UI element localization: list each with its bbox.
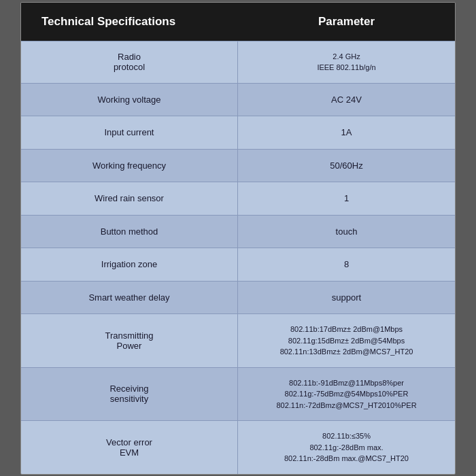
table-row: Transmitting Power802.11b:17dBmz± 2dBm@1… bbox=[21, 313, 455, 367]
table-row: Vector error EVM802.11b:≤35% 802.11g:-28… bbox=[21, 420, 455, 474]
specs-table: Technical Specifications Parameter Radio… bbox=[20, 2, 456, 475]
param-cell: AC 24V bbox=[238, 84, 455, 116]
table-row: Input current1A bbox=[21, 116, 455, 149]
table-row: Smart weather delaysupport bbox=[21, 281, 455, 314]
spec-cell: Transmitting Power bbox=[21, 314, 238, 367]
param-cell: 1A bbox=[238, 116, 455, 149]
spec-cell: Receiving sensitivity bbox=[21, 368, 238, 421]
param-cell: support bbox=[238, 282, 455, 314]
spec-cell: Irrigation zone bbox=[21, 248, 238, 281]
table-body: Radio protocol2.4 GHz IEEE 802.11b/g/nWo… bbox=[21, 41, 455, 474]
param-cell: touch bbox=[238, 216, 455, 248]
param-cell: 802.11b:-91dBmz@11Mbps8%per 802.11g:-75d… bbox=[238, 368, 455, 421]
table-row: Receiving sensitivity802.11b:-91dBmz@11M… bbox=[21, 367, 455, 421]
table-row: Radio protocol2.4 GHz IEEE 802.11b/g/n bbox=[21, 41, 455, 83]
table-row: Working frequency50/60Hz bbox=[21, 149, 455, 182]
spec-cell: Working frequency bbox=[21, 150, 238, 182]
header-param: Parameter bbox=[238, 3, 455, 41]
spec-cell: Wired rain sensor bbox=[21, 182, 238, 215]
param-cell: 50/60Hz bbox=[238, 150, 455, 182]
param-cell: 2.4 GHz IEEE 802.11b/g/n bbox=[238, 41, 455, 83]
table-header: Technical Specifications Parameter bbox=[21, 3, 455, 41]
param-cell: 1 bbox=[238, 182, 455, 215]
spec-cell: Smart weather delay bbox=[21, 282, 238, 314]
table-row: Working voltageAC 24V bbox=[21, 83, 455, 116]
spec-cell: Radio protocol bbox=[21, 41, 238, 83]
spec-cell: Vector error EVM bbox=[21, 421, 238, 474]
table-row: Irrigation zone8 bbox=[21, 248, 455, 281]
header-specs: Technical Specifications bbox=[21, 3, 238, 41]
spec-cell: Button method bbox=[21, 216, 238, 248]
spec-cell: Input current bbox=[21, 116, 238, 149]
param-cell: 802.11b:≤35% 802.11g:-28dBm max. 802.11n… bbox=[238, 421, 455, 474]
table-row: Wired rain sensor1 bbox=[21, 182, 455, 215]
spec-cell: Working voltage bbox=[21, 84, 238, 116]
param-cell: 802.11b:17dBmz± 2dBm@1Mbps 802.11g:15dBm… bbox=[238, 314, 455, 367]
param-cell: 8 bbox=[238, 248, 455, 281]
table-row: Button methodtouch bbox=[21, 215, 455, 248]
